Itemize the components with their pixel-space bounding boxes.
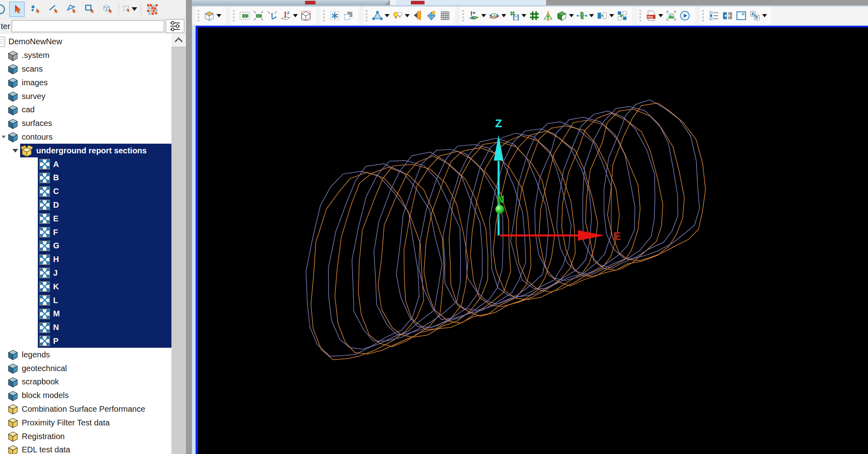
new-window-button[interactable] — [735, 8, 748, 23]
tree-item-p[interactable]: P — [0, 334, 171, 348]
string-mosaic-button[interactable] — [145, 2, 159, 17]
scrollbar-thumb[interactable] — [171, 47, 186, 454]
group-grip[interactable] — [462, 10, 464, 21]
zoom-data-extents-button[interactable] — [266, 8, 278, 23]
render-quality-button[interactable] — [425, 8, 438, 23]
filter-input[interactable] — [12, 20, 164, 32]
tree-item-label: F — [53, 228, 58, 237]
tree-item-images[interactable]: images — [0, 76, 171, 89]
select-rectangle-button[interactable] — [82, 2, 97, 17]
select-polygon-button[interactable] — [64, 2, 79, 17]
lines-icon — [39, 295, 50, 306]
toolbar-group — [195, 6, 226, 25]
expander-down-icon[interactable] — [2, 136, 6, 138]
tree-item-contours[interactable]: contours — [0, 130, 171, 144]
group-grip[interactable] — [198, 10, 199, 21]
tree-item-survey[interactable]: survey — [0, 89, 171, 103]
tree-item-label: A — [53, 160, 59, 169]
tree-item-a[interactable]: A — [0, 157, 171, 171]
tree-scrollbar[interactable] — [171, 34, 186, 454]
filter-settings-button[interactable] — [166, 19, 184, 33]
tree-item-surface: scrapbook — [7, 375, 171, 389]
scene-canvas[interactable]: ZEN — [198, 27, 868, 454]
tree-item-scans[interactable]: scans — [0, 62, 171, 76]
group-grip[interactable] — [366, 10, 367, 21]
select-solid-button[interactable] — [101, 2, 115, 17]
grid-green-button[interactable] — [528, 8, 541, 23]
clip-plane-button[interactable] — [488, 8, 507, 23]
expander-down-icon[interactable] — [12, 149, 18, 153]
history-circle-partial-button[interactable] — [0, 2, 6, 17]
tree-item-c[interactable]: C — [0, 185, 171, 198]
tree-item-b[interactable]: B — [0, 171, 171, 185]
tree-item-m[interactable]: M — [0, 307, 171, 321]
tree-item-edl-test-data[interactable]: EDL test data — [0, 443, 171, 454]
group-grip[interactable] — [323, 10, 325, 21]
tree-item-underground-report-sections[interactable]: underground report sections — [0, 144, 171, 157]
group-grip[interactable] — [639, 10, 641, 21]
snap-points-button[interactable] — [328, 8, 341, 23]
lines-icon — [39, 199, 50, 210]
legend-list-button[interactable] — [707, 8, 720, 23]
section-pair-button[interactable] — [596, 8, 615, 23]
group-grip[interactable] — [702, 10, 704, 21]
tree-item-combination-surface-performance[interactable]: Combination Surface Performance — [0, 402, 171, 416]
snapshot-image-button[interactable] — [665, 8, 678, 23]
tree-item-h[interactable]: H — [0, 253, 171, 266]
announce-button[interactable] — [411, 8, 424, 23]
tree-indent — [0, 253, 38, 266]
select-marquee-button[interactable] — [123, 2, 137, 17]
plan-view-button[interactable]: Z — [279, 8, 299, 23]
lighting-button[interactable] — [391, 8, 410, 23]
select-points-button[interactable] — [28, 2, 43, 17]
tree-item-legends[interactable]: legends — [0, 348, 171, 361]
view-tab-1[interactable] — [192, 0, 390, 5]
scrollbar-up-button[interactable] — [171, 34, 186, 47]
tree-item-j[interactable]: J — [0, 266, 171, 280]
split-view-button[interactable] — [721, 8, 734, 23]
tree-item-e[interactable]: E — [0, 212, 171, 225]
announce-icon — [412, 10, 423, 21]
box-clip-button[interactable] — [555, 8, 575, 23]
tree-item-l[interactable]: L — [0, 293, 171, 307]
orbit-focus-button[interactable] — [542, 8, 555, 23]
box-open-icon — [20, 144, 33, 157]
select-cursor-button[interactable] — [9, 2, 25, 17]
tin-surface-button[interactable] — [371, 8, 390, 23]
tree-item-g[interactable]: G — [0, 239, 171, 253]
group-grip[interactable] — [233, 10, 235, 21]
section-plane-button[interactable] — [575, 8, 595, 23]
tree-indent — [0, 198, 38, 212]
tree-item-registration[interactable]: Registration — [0, 429, 171, 443]
toolbar-group: PDF — [637, 6, 695, 25]
grid-display-button[interactable] — [439, 8, 452, 23]
tree-item-cad[interactable]: cad — [0, 103, 171, 117]
link-views-button[interactable] — [748, 8, 768, 23]
tree-item-demonewnew[interactable]: DemoNewNew — [0, 35, 171, 49]
view-all-button[interactable] — [299, 8, 312, 23]
cube-yellow-icon — [7, 403, 19, 415]
tree-item-block-models[interactable]: block models — [0, 389, 171, 402]
tree-item-surfaces[interactable]: surfaces — [0, 117, 171, 130]
tree-item-k[interactable]: K — [0, 280, 171, 293]
select-line-button[interactable] — [46, 2, 61, 17]
save-grid-button[interactable] — [508, 8, 527, 23]
zoom-extents-button[interactable] — [252, 8, 265, 23]
tree-item--system[interactable]: .system — [0, 49, 171, 62]
tree-item-geotechnical[interactable]: geotechnical — [0, 361, 171, 375]
section-series-button[interactable] — [616, 8, 629, 23]
tree-item-proximity-filter-test-data[interactable]: Proximity Filter Test data — [0, 416, 171, 429]
zoom-selection-button[interactable] — [238, 8, 251, 23]
tree-item-n[interactable]: N — [0, 321, 171, 334]
copy-view-button[interactable] — [342, 8, 355, 23]
panel-splitter[interactable] — [186, 0, 192, 454]
tree-item-d[interactable]: D — [0, 198, 171, 212]
view-orientation-button[interactable] — [203, 8, 222, 23]
export-pdf-button[interactable]: PDF — [645, 8, 664, 23]
play-animation-button[interactable] — [678, 8, 691, 23]
viewport-3d[interactable]: ZEN — [196, 26, 868, 454]
tree-item-f[interactable]: F — [0, 225, 171, 239]
tree-item-scrapbook[interactable]: scrapbook — [0, 375, 171, 389]
register-point-button[interactable] — [468, 8, 487, 23]
view-tab-2[interactable] — [396, 0, 546, 5]
